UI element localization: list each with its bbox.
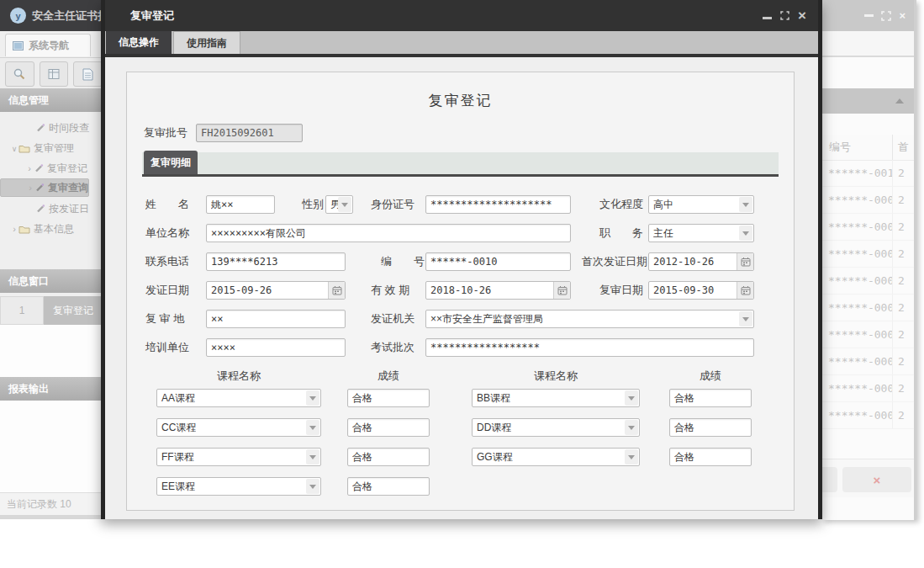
expand-icon[interactable] xyxy=(10,224,18,234)
course-select[interactable]: FF课程 xyxy=(156,448,321,466)
first-issue-date-field[interactable]: 2012-10-26 xyxy=(648,252,754,271)
batch-number-field[interactable] xyxy=(196,124,303,142)
chevron-down-icon xyxy=(341,203,348,207)
close-icon[interactable]: × xyxy=(798,8,806,23)
collapse-icon[interactable] xyxy=(10,143,18,153)
score-field[interactable] xyxy=(347,477,430,496)
review-place-field[interactable] xyxy=(206,310,346,328)
dropdown-button[interactable] xyxy=(739,197,752,212)
valid-until-label: 有 效 期 xyxy=(371,281,409,300)
review-date-field[interactable]: 2015-09-30 xyxy=(648,281,754,300)
dropdown-button[interactable] xyxy=(739,226,752,241)
maximize-icon[interactable] xyxy=(780,11,789,20)
phone-field[interactable] xyxy=(206,252,346,271)
table-row[interactable]: ******-00072 xyxy=(822,321,914,348)
calendar-button[interactable] xyxy=(737,253,753,270)
restore-icon[interactable] xyxy=(881,11,891,21)
dropdown-button[interactable] xyxy=(306,479,319,494)
score-field[interactable] xyxy=(347,389,430,407)
table-row[interactable]: ******-00082 xyxy=(822,402,914,429)
course-select[interactable]: CC课程 xyxy=(156,418,321,437)
course-select[interactable]: GG课程 xyxy=(472,448,640,466)
valid-until-field[interactable]: 2018-10-26 xyxy=(425,281,571,300)
id-number-label: 身份证号 xyxy=(371,195,414,214)
table-row[interactable]: ******-00062 xyxy=(822,295,914,321)
section-header-info-management[interactable]: 信息管理 xyxy=(0,88,103,112)
chevron-down-icon xyxy=(309,455,316,459)
score-field[interactable] xyxy=(669,389,752,407)
expand-icon[interactable] xyxy=(26,183,34,193)
course-select[interactable]: EE课程 xyxy=(156,477,321,496)
expand-icon[interactable] xyxy=(25,163,34,173)
minimize-icon[interactable] xyxy=(763,17,772,19)
tree-item-review-query-selected[interactable]: 复审查询 xyxy=(0,178,89,197)
section-header-info-window[interactable]: 信息窗口 xyxy=(0,269,103,293)
column-header-number[interactable]: 编号 xyxy=(822,135,893,160)
close-icon[interactable]: × xyxy=(899,10,906,21)
search-button[interactable] xyxy=(5,61,34,87)
section-header-report-output[interactable]: 报表输出 xyxy=(0,377,103,401)
course-select[interactable]: AA课程 xyxy=(156,389,321,407)
dropdown-button[interactable] xyxy=(338,197,351,212)
calendar-button[interactable] xyxy=(328,282,345,299)
table-row[interactable]: ******-00032 xyxy=(822,214,914,241)
collapsed-panel-bar[interactable] xyxy=(822,88,914,114)
tab-review-detail[interactable]: 复审明细 xyxy=(144,151,198,174)
calendar-button[interactable] xyxy=(553,282,570,299)
close-record-button[interactable]: × xyxy=(842,467,911,492)
exam-batch-field[interactable] xyxy=(425,338,754,357)
cell-date: 2 xyxy=(893,355,905,368)
score-field[interactable] xyxy=(347,448,430,466)
gender-select[interactable]: 男 xyxy=(325,195,353,214)
issue-authority-select[interactable]: ××市安全生产监督管理局 xyxy=(425,310,754,328)
position-select[interactable]: 主任 xyxy=(648,224,754,242)
table-row[interactable]: ******-00022 xyxy=(822,187,914,214)
calendar-button[interactable] xyxy=(737,282,753,299)
dropdown-button[interactable] xyxy=(625,420,638,435)
score-field[interactable] xyxy=(347,418,430,437)
grid-view-button[interactable] xyxy=(40,61,69,87)
document-button[interactable] xyxy=(73,61,103,87)
table-row[interactable]: ******-00102 xyxy=(822,160,914,187)
info-tab-review-registration[interactable]: 复审登记 xyxy=(44,296,103,325)
tree-item-basic-info[interactable]: 基本信息 xyxy=(0,219,103,239)
dropdown-button[interactable] xyxy=(625,390,638,406)
tree-item-review-registration[interactable]: 复审登记 xyxy=(0,158,103,178)
name-field[interactable] xyxy=(206,195,275,214)
tree-item-by-issue-date[interactable]: 按发证日 xyxy=(0,199,103,219)
position-value: 主任 xyxy=(653,226,673,241)
dropdown-button[interactable] xyxy=(306,390,319,406)
course-select[interactable]: DD课程 xyxy=(472,418,640,437)
chevron-down-icon xyxy=(742,231,749,236)
education-select[interactable]: 高中 xyxy=(648,195,754,214)
id-number-field[interactable] xyxy=(425,195,571,214)
dropdown-button[interactable] xyxy=(306,420,319,435)
dropdown-button[interactable] xyxy=(625,449,638,464)
table-row[interactable]: ******-00052 xyxy=(822,268,914,295)
training-unit-field[interactable] xyxy=(206,338,346,357)
tab-system-navigation[interactable]: 系统导航 xyxy=(5,34,91,56)
issue-date-field[interactable]: 2015-09-26 xyxy=(206,281,346,300)
tab-user-guide[interactable]: 使用指南 xyxy=(173,31,240,54)
dropdown-button[interactable] xyxy=(739,311,752,326)
company-field[interactable] xyxy=(206,224,571,242)
tree-item-time-range-1[interactable]: 时间段查 xyxy=(0,118,103,138)
minimize-icon[interactable] xyxy=(864,14,874,17)
info-tab-index[interactable]: 1 xyxy=(0,296,44,325)
issue-date-label: 发证日期 xyxy=(145,281,189,300)
score-field[interactable] xyxy=(669,418,752,437)
cell-date: 2 xyxy=(893,328,905,341)
detail-tab-underline xyxy=(142,174,779,177)
course-select[interactable]: BB课程 xyxy=(472,389,640,407)
column-header-clipped[interactable]: 首 xyxy=(893,140,909,155)
tab-info-operation[interactable]: 信息操作 xyxy=(106,31,172,54)
table-row[interactable]: ******-00012 xyxy=(822,348,914,375)
score-field[interactable] xyxy=(669,448,752,466)
dropdown-button[interactable] xyxy=(306,449,319,464)
cert-number-field[interactable] xyxy=(425,252,571,271)
table-row[interactable]: ******-00092 xyxy=(822,375,914,402)
tree-item-review-management[interactable]: 复审管理 xyxy=(0,138,103,158)
gender-label: 性别 xyxy=(302,195,324,214)
table-row[interactable]: ******-00042 xyxy=(822,241,914,268)
collapse-up-icon xyxy=(895,98,904,104)
